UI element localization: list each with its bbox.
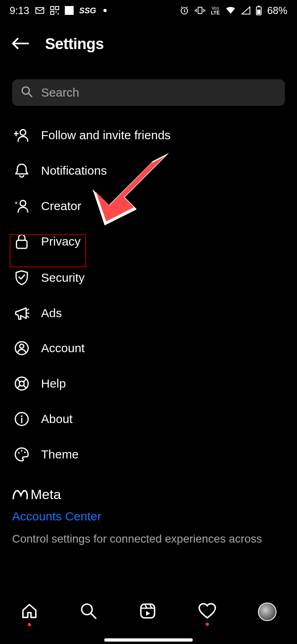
qr-icon xyxy=(50,6,59,15)
menu-item-ads[interactable]: Ads xyxy=(12,296,285,330)
battery-icon xyxy=(256,6,262,15)
menu-item-theme[interactable]: Theme xyxy=(12,437,285,472)
menu-label: Creator xyxy=(41,199,81,213)
nav-activity[interactable] xyxy=(198,603,217,621)
settings-menu: Follow and invite friends Notifications … xyxy=(0,106,297,472)
lock-icon xyxy=(14,234,30,249)
svg-point-11 xyxy=(20,130,26,135)
svg-point-21 xyxy=(21,450,23,452)
menu-label: Ads xyxy=(41,306,62,320)
svg-rect-24 xyxy=(141,604,155,618)
bottom-nav xyxy=(0,592,297,644)
nav-dot-icon xyxy=(28,623,31,626)
person-plus-icon xyxy=(14,128,30,142)
back-icon[interactable] xyxy=(11,37,29,52)
app-icon xyxy=(65,6,74,15)
meta-name: Meta xyxy=(31,487,61,502)
search-input[interactable] xyxy=(41,86,276,99)
meta-logo: Meta xyxy=(12,487,285,502)
header: Settings xyxy=(0,21,297,61)
nav-dot-icon xyxy=(206,623,209,626)
svg-rect-1 xyxy=(56,6,59,10)
svg-rect-4 xyxy=(58,13,59,14)
svg-point-19 xyxy=(21,415,23,417)
svg-point-17 xyxy=(19,381,24,386)
svg-point-20 xyxy=(18,452,20,454)
status-bar: 9:13 SSG Vo))LTE 68% xyxy=(0,0,297,21)
wifi-icon xyxy=(225,6,236,14)
svg-rect-2 xyxy=(51,11,54,14)
menu-label: About xyxy=(41,412,72,426)
signal-icon xyxy=(241,6,250,14)
search-icon xyxy=(21,86,33,99)
menu-item-notifications[interactable]: Notifications xyxy=(12,153,285,189)
ssg-indicator: SSG xyxy=(79,6,96,15)
nav-home[interactable] xyxy=(21,602,38,621)
menu-label: Help xyxy=(41,377,66,390)
svg-point-22 xyxy=(24,452,26,453)
svg-point-15 xyxy=(20,344,24,348)
profile-avatar-icon xyxy=(258,603,276,621)
svg-rect-0 xyxy=(51,6,54,10)
lifebuoy-icon xyxy=(14,376,30,391)
volte-icon: Vo))LTE xyxy=(211,6,220,15)
svg-rect-3 xyxy=(56,11,57,12)
shield-check-icon xyxy=(14,270,30,285)
search-icon xyxy=(80,602,97,620)
svg-rect-8 xyxy=(257,10,260,14)
menu-label: Theme xyxy=(41,448,78,461)
menu-label: Security xyxy=(41,271,85,285)
menu-label: Account xyxy=(41,341,85,355)
home-indicator xyxy=(104,638,193,642)
svg-point-12 xyxy=(20,200,26,206)
menu-label: Privacy xyxy=(41,235,80,248)
search-field[interactable] xyxy=(12,79,285,106)
bell-icon xyxy=(14,163,30,178)
menu-item-follow-invite[interactable]: Follow and invite friends xyxy=(12,118,285,153)
svg-rect-6 xyxy=(198,7,202,14)
palette-icon xyxy=(14,447,30,462)
accounts-center-link[interactable]: Accounts Center xyxy=(12,510,101,523)
svg-rect-9 xyxy=(258,6,260,7)
menu-item-help[interactable]: Help xyxy=(12,366,285,401)
megaphone-icon xyxy=(14,306,30,320)
nav-reels[interactable] xyxy=(139,602,157,621)
gmail-icon xyxy=(35,7,45,14)
account-icon xyxy=(14,341,30,355)
reels-icon xyxy=(139,602,157,620)
page-title: Settings xyxy=(45,35,104,53)
info-icon xyxy=(14,412,30,426)
menu-item-account[interactable]: Account xyxy=(12,330,285,366)
alarm-icon xyxy=(179,6,189,15)
more-dot-icon xyxy=(103,9,107,12)
meta-description: Control settings for connected experienc… xyxy=(12,532,285,546)
nav-search[interactable] xyxy=(80,602,97,621)
home-icon xyxy=(21,602,38,620)
heart-icon xyxy=(198,603,217,619)
menu-item-privacy[interactable]: Privacy xyxy=(12,223,285,260)
menu-item-about[interactable]: About xyxy=(12,401,285,437)
meta-icon xyxy=(12,489,28,500)
svg-rect-13 xyxy=(16,240,27,248)
status-time: 9:13 xyxy=(10,5,29,17)
menu-item-security[interactable]: Security xyxy=(12,260,285,296)
menu-label: Follow and invite friends xyxy=(41,128,171,142)
battery-percent: 68% xyxy=(267,5,287,17)
menu-label: Notifications xyxy=(41,164,107,178)
vibrate-icon xyxy=(195,6,205,14)
menu-item-creator[interactable]: Creator xyxy=(12,189,285,223)
meta-section: Meta Accounts Center Control settings fo… xyxy=(0,487,297,546)
creator-icon xyxy=(14,199,30,213)
nav-profile[interactable] xyxy=(258,603,276,621)
